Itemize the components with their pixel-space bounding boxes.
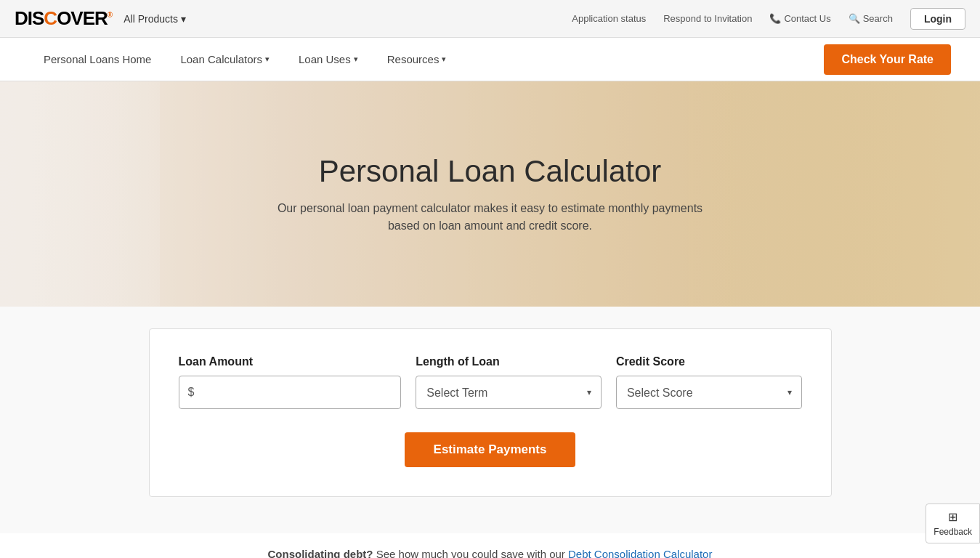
calculator-section: Loan Amount $ Length of Loan Select Term…: [0, 307, 980, 533]
feedback-button[interactable]: ⊞ Feedback: [926, 504, 980, 543]
logo-trademark: ®: [108, 11, 112, 19]
login-button[interactable]: Login: [910, 8, 965, 30]
contact-us-link[interactable]: Contact Us: [769, 13, 830, 24]
logo-area: DISCOVER® All Products ▾: [15, 7, 186, 30]
chevron-down-icon: ▾: [442, 54, 446, 64]
footer-note-normal: See how much you could save with our: [376, 548, 568, 558]
respond-invitation-link[interactable]: Respond to Invitation: [663, 13, 752, 24]
footer-note: Consolidating debt? See how much you cou…: [0, 533, 980, 558]
logo-text-discover: DIS: [15, 7, 44, 29]
loan-amount-label: Loan Amount: [179, 355, 402, 368]
hero-title: Personal Loan Calculator: [272, 153, 708, 190]
all-products-button[interactable]: All Products ▾: [123, 13, 186, 25]
hero-subtitle: Our personal loan payment calculator mak…: [272, 200, 708, 235]
check-rate-button[interactable]: Check Your Rate: [824, 44, 951, 75]
loan-term-select[interactable]: Select Term 24 months 36 months 48 month…: [416, 376, 602, 409]
nav-loan-uses[interactable]: Loan Uses ▾: [284, 38, 373, 81]
loan-amount-input[interactable]: [198, 386, 392, 399]
loan-term-label: Length of Loan: [416, 355, 602, 368]
loan-amount-group: Loan Amount $: [179, 355, 402, 409]
estimate-btn-wrap: Estimate Payments: [179, 432, 802, 467]
dollar-sign: $: [188, 386, 195, 399]
footer-note-text: Consolidating debt? See how much you cou…: [15, 548, 965, 558]
top-bar-links: Application status Respond to Invitation…: [572, 8, 965, 30]
application-status-link[interactable]: Application status: [572, 13, 646, 24]
nav-resources[interactable]: Resources ▾: [373, 38, 461, 81]
credit-score-label: Credit Score: [616, 355, 802, 368]
estimate-payments-button[interactable]: Estimate Payments: [405, 432, 576, 467]
search-link[interactable]: Search: [849, 13, 893, 24]
chevron-down-icon: ▾: [354, 54, 358, 64]
loan-term-group: Length of Loan Select Term 24 months 36 …: [416, 355, 602, 409]
consolidating-debt-label: Consolidating debt?: [268, 548, 373, 558]
phone-icon: [769, 13, 781, 24]
debt-consolidation-link[interactable]: Debt Consolidation Calculator: [568, 548, 712, 558]
top-bar: DISCOVER® All Products ▾ Application sta…: [0, 0, 980, 38]
calculator-card: Loan Amount $ Length of Loan Select Term…: [149, 328, 832, 497]
feedback-icon: ⊞: [948, 510, 957, 524]
credit-score-select[interactable]: Select Score Excellent (720+) Good (660-…: [616, 376, 802, 409]
chevron-down-icon: ▾: [265, 54, 270, 64]
nav-loan-calculators[interactable]: Loan Calculators ▾: [166, 38, 284, 81]
feedback-label: Feedback: [934, 527, 972, 537]
chevron-down-icon: ▾: [181, 13, 186, 25]
hero-section: Personal Loan Calculator Our personal lo…: [0, 81, 980, 307]
nav-bar: Personal Loans Home Loan Calculators ▾ L…: [0, 38, 980, 81]
nav-personal-loans-home[interactable]: Personal Loans Home: [29, 38, 166, 81]
credit-score-group: Credit Score Select Score Excellent (720…: [616, 355, 802, 409]
loan-amount-input-wrap[interactable]: $: [179, 376, 402, 409]
search-icon: [849, 13, 860, 24]
hero-content: Personal Loan Calculator Our personal lo…: [272, 153, 708, 235]
loan-term-select-wrap: Select Term 24 months 36 months 48 month…: [416, 376, 602, 409]
credit-score-select-wrap: Select Score Excellent (720+) Good (660-…: [616, 376, 802, 409]
calculator-fields: Loan Amount $ Length of Loan Select Term…: [179, 355, 802, 409]
discover-logo: DISCOVER®: [15, 7, 112, 30]
